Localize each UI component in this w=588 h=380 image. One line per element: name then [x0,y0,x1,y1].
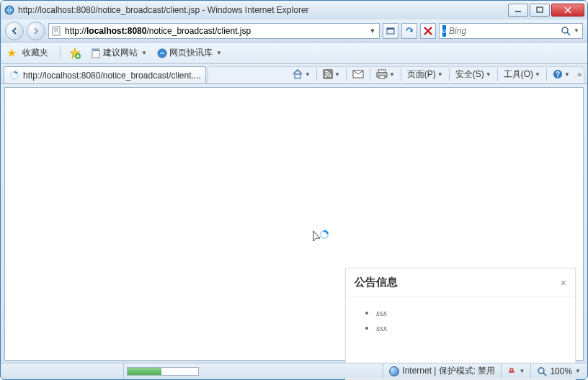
search-input[interactable] [449,26,558,36]
status-zone-text: Internet | 保护模式: 禁用 [402,365,495,377]
page-icon [50,25,62,37]
svg-rect-23 [295,74,300,78]
close-button[interactable] [551,4,584,17]
svg-point-33 [510,368,513,371]
svg-line-14 [567,32,570,35]
print-button[interactable]: ▼ [373,66,398,82]
favorites-star-icon[interactable]: ★ [5,47,18,60]
chevron-down-icon: ▼ [216,50,222,56]
tab-row: http://localhost:8080/notice_broadcast/c… [1,64,587,84]
address-bar[interactable]: http://localhost:8080/notice_broadcast/c… [48,23,380,39]
tools-menu[interactable]: 工具(O)▼ [501,66,543,82]
notice-item: sss [376,306,561,321]
zoom-level: 100% [550,366,572,376]
command-overflow[interactable]: » [574,66,584,82]
search-button[interactable] [561,26,571,36]
window-title: http://localhost:8080/notice_broadcast/c… [18,5,508,15]
minimize-button[interactable] [508,4,528,17]
compat-view-button[interactable] [383,23,398,39]
svg-point-25 [325,76,327,78]
stop-button[interactable] [420,23,436,39]
fav-webslice-label: 网页快讯库 [169,47,213,59]
panel-close-button[interactable]: × [561,277,566,289]
status-pane-left [1,363,124,379]
chevron-down-icon: ▼ [141,50,147,56]
tab-title: http://localhost:8080/notice_broadcast/c… [23,71,201,81]
svg-line-35 [543,373,546,376]
status-zone[interactable]: Internet | 保护模式: 禁用 [383,363,502,379]
favorites-label[interactable]: 收藏夹 [22,47,48,59]
svg-rect-20 [93,50,99,51]
titlebar: http://localhost:8080/notice_broadcast/c… [1,1,587,19]
svg-point-34 [538,368,544,374]
tab-loading-icon [9,70,20,81]
read-mail-button[interactable] [349,66,367,82]
separator [60,46,61,60]
svg-rect-10 [387,28,394,30]
page-content: 公告信息 × sss sss [4,87,584,361]
fav-suggested-sites[interactable]: 建议网站 ▼ [88,45,150,60]
address-dropdown[interactable]: ▼ [368,27,378,35]
status-zoom[interactable]: 100% ▼ [531,363,587,379]
fav-suggested-label: 建议网站 [103,47,138,59]
safety-menu[interactable]: 安全(S)▼ [453,66,494,82]
address-text: http://localhost:8080/notice_broadcast/c… [65,26,365,36]
search-dropdown[interactable]: ▼ [574,27,579,34]
maximize-button[interactable] [530,4,550,17]
panel-title: 公告信息 [355,276,398,289]
status-bar: Internet | 保护模式: 禁用 ▼ 100% ▼ [1,363,587,379]
bing-icon: o [442,25,446,37]
zoom-dropdown[interactable]: ▼ [575,368,581,374]
command-bar: ▼ ▼ ▼ 页面(P)▼ 安全(S)▼ 工具(O)▼ ?▼ » [289,65,584,83]
feeds-button[interactable]: ▼ [320,66,343,82]
svg-text:?: ? [556,71,560,78]
tab-active[interactable]: http://localhost:8080/notice_broadcast/c… [4,66,206,83]
internet-zone-icon [389,366,399,376]
ie-icon [4,4,15,16]
fav-add-icon[interactable] [66,46,84,60]
svg-rect-2 [537,7,543,12]
notice-item: sss [376,321,561,336]
svg-rect-5 [53,27,60,35]
fav-webslice[interactable]: 网页快讯库 ▼ [154,45,225,60]
svg-rect-24 [323,69,333,79]
home-button[interactable]: ▼ [289,66,313,82]
forward-button[interactable] [27,22,45,40]
cursor-loading-icon [312,230,329,247]
svg-rect-27 [378,70,386,73]
progress-bar [127,367,199,376]
back-button[interactable] [5,22,24,40]
refresh-button[interactable] [401,23,417,39]
svg-rect-29 [379,76,385,78]
favorites-bar: ★ 收藏夹 建议网站 ▼ 网页快讯库 ▼ [1,42,587,64]
status-privacy[interactable]: ▼ [502,363,531,379]
svg-point-13 [562,27,568,33]
navbar: http://localhost:8080/notice_broadcast/c… [1,19,587,42]
help-button[interactable]: ?▼ [550,66,573,82]
page-menu[interactable]: 页面(P)▼ [404,66,446,82]
search-box[interactable]: o ▼ [439,23,583,39]
